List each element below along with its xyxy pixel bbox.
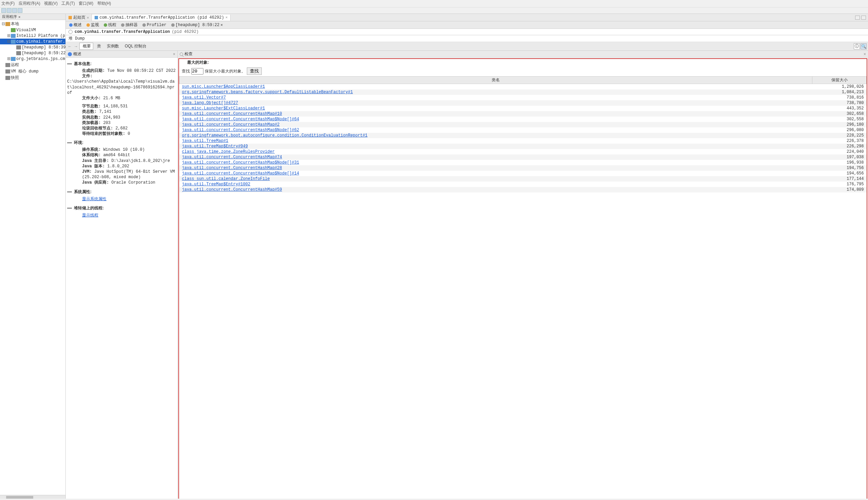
class-link[interactable]: java.util.TreeMap$Entry#1002 xyxy=(182,182,251,187)
toolbar-btn-1[interactable] xyxy=(1,8,6,13)
class-link[interactable]: sun.misc.Launcher$ExtClassLoader#1 xyxy=(182,106,265,111)
subtab[interactable]: Profiler xyxy=(141,22,168,28)
expand-icon[interactable]: ⊟ xyxy=(1,21,5,26)
toolbar-btn-4[interactable] xyxy=(18,8,22,13)
subtab[interactable]: 抽样器 xyxy=(119,22,140,28)
toolbar-btn-2[interactable] xyxy=(7,8,12,13)
refresh-icon[interactable] xyxy=(68,30,73,34)
sidebar-tab[interactable]: 应用程序 × xyxy=(0,14,65,20)
table-row[interactable]: class sun.util.calendar.ZoneInfoFile177,… xyxy=(179,176,867,182)
class-link[interactable]: java.util.concurrent.ConcurrentHashMap#7… xyxy=(182,155,282,160)
expand-icon[interactable]: ⊞ xyxy=(7,56,11,61)
subtab[interactable]: 概述 xyxy=(67,22,84,28)
col-classname[interactable]: 类名 xyxy=(179,77,812,84)
heap-btn-classes[interactable]: 类 xyxy=(94,43,103,49)
table-row[interactable]: java.util.concurrent.ConcurrentHashMap$N… xyxy=(179,160,867,165)
table-row[interactable]: java.util.concurrent.ConcurrentHashMap$N… xyxy=(179,171,867,176)
class-link[interactable]: class java.time.zone.ZoneRulesProvider xyxy=(182,149,275,154)
subtabs: 概述监视线程抽样器Profiler[heapdump] 8:59:22 × xyxy=(66,21,868,29)
table-row[interactable]: org.springframework.boot.autoconfigure.c… xyxy=(179,133,867,138)
table-row[interactable]: java.util.concurrent.ConcurrentHashMap#5… xyxy=(179,187,867,192)
tab-minimize-icon[interactable] xyxy=(855,15,860,20)
tree-node[interactable]: ⊞IntelliJ Platform (pid 734 xyxy=(0,33,65,38)
table-row[interactable]: java.util.TreeMap$Entry#1002176,795 xyxy=(179,182,867,187)
table-row[interactable]: java.lang.Object[]#4727738,780 xyxy=(179,100,867,106)
menu-file[interactable]: 文件(F) xyxy=(1,1,14,6)
table-row[interactable]: java.util.concurrent.ConcurrentHashMap$N… xyxy=(179,116,867,122)
heap-btn-instances[interactable]: 实例数 xyxy=(104,43,121,49)
heap-btn-summary[interactable]: 概要 xyxy=(79,43,93,50)
sidebar-tab-close-icon[interactable]: × xyxy=(18,15,20,19)
subtab-label: 监视 xyxy=(91,22,99,28)
menu-help[interactable]: 帮助(H) xyxy=(97,1,111,6)
menubar: 文件(F) 应用程序(A) 视图(V) 工具(T) 窗口(W) 帮助(H) xyxy=(0,0,868,8)
menu-app[interactable]: 应用程序(A) xyxy=(19,1,40,6)
show-sysprops-link[interactable]: 显示系统属性 xyxy=(67,196,107,202)
toolbar-btn-3[interactable] xyxy=(12,8,17,13)
main-tab[interactable]: com.yinhai.transfer.TransferApplication … xyxy=(92,14,231,21)
expand-icon[interactable]: ⊞ xyxy=(7,33,11,38)
class-link[interactable]: sun.misc.Launcher$AppClassLoader#1 xyxy=(182,84,265,89)
class-link[interactable]: class sun.util.calendar.ZoneInfoFile xyxy=(182,177,270,181)
tree-node[interactable]: 快照 xyxy=(0,75,65,81)
find-button[interactable]: 查找 xyxy=(247,67,262,75)
class-link[interactable]: java.util.concurrent.ConcurrentHashMap#2… xyxy=(182,166,282,170)
menu-view[interactable]: 视图(V) xyxy=(44,1,58,6)
tree-node[interactable]: ⊟本地 xyxy=(0,21,65,27)
table-row[interactable]: java.util.concurrent.ConcurrentHashMap#7… xyxy=(179,155,867,160)
tree-node[interactable]: 远程 xyxy=(0,62,65,68)
class-link[interactable]: java.util.TreeMap$Entry#949 xyxy=(182,144,248,149)
class-link[interactable]: java.util.concurrent.ConcurrentHashMap$N… xyxy=(182,171,299,176)
heap-btn-oql[interactable]: OQL 控制台 xyxy=(122,43,148,49)
tab-close-icon[interactable]: × xyxy=(225,15,228,20)
class-link[interactable]: java.util.concurrent.ConcurrentHashMap$N… xyxy=(182,117,299,122)
class-link[interactable]: java.util.concurrent.ConcurrentHashMap#5… xyxy=(182,188,282,192)
menu-tools[interactable]: 工具(T) xyxy=(62,1,75,6)
subtab[interactable]: [heapdump] 8:59:22 × xyxy=(169,22,225,28)
tree-node[interactable]: VisualVM xyxy=(0,27,65,33)
tree-node[interactable]: [heapdump] 8:59:22 xyxy=(0,50,65,56)
inspect-button[interactable]: 🔍 xyxy=(860,43,867,49)
table-row[interactable]: java.util.concurrent.ConcurrentHashMap#1… xyxy=(179,111,867,116)
table-row[interactable]: sun.misc.Launcher$AppClassLoader#11,298,… xyxy=(179,84,867,90)
main-tab[interactable]: 起始页× xyxy=(66,14,92,21)
table-row[interactable]: java.util.concurrent.ConcurrentHashMap$N… xyxy=(179,127,867,133)
table-row[interactable]: java.util.TreeMap#1226,378 xyxy=(179,138,867,144)
nav-forward-icon[interactable]: → xyxy=(73,44,79,49)
subtab-close-icon[interactable]: × xyxy=(220,23,223,27)
nav-back-icon[interactable]: ← xyxy=(67,44,73,49)
class-link[interactable]: java.util.TreeMap#1 xyxy=(182,138,229,143)
find-count-input[interactable] xyxy=(191,68,203,75)
class-link[interactable]: java.util.concurrent.ConcurrentHashMap$N… xyxy=(182,128,299,133)
class-link[interactable]: org.springframework.boot.autoconfigure.c… xyxy=(182,133,368,138)
class-link[interactable]: java.util.Vector#7 xyxy=(182,95,226,100)
overview-close-icon[interactable]: × xyxy=(173,52,175,57)
expand-icon[interactable]: ⊟ xyxy=(7,39,11,44)
inspect-close-icon[interactable]: × xyxy=(864,52,866,57)
subtab[interactable]: 监视 xyxy=(85,22,101,28)
col-retained-size[interactable]: 保留大小 xyxy=(812,77,867,84)
tree-node[interactable]: VM 核心 dump xyxy=(0,68,65,75)
table-row[interactable]: sun.misc.Launcher$ExtClassLoader#1443,35… xyxy=(179,106,867,111)
show-threads-link[interactable]: 显示线程 xyxy=(67,213,98,218)
menu-window[interactable]: 窗口(W) xyxy=(79,1,93,6)
tree-node[interactable]: [heapdump] 8:58:39 xyxy=(0,44,65,50)
table-row[interactable]: java.util.Vector#7738,816 xyxy=(179,95,867,100)
class-link[interactable]: java.util.concurrent.ConcurrentHashMap#1… xyxy=(182,112,282,116)
class-link[interactable]: org.springframework.beans.factory.suppor… xyxy=(182,90,353,94)
subtab[interactable]: 线程 xyxy=(102,22,118,28)
tab-close-icon[interactable]: × xyxy=(87,15,89,20)
tab-maximize-icon[interactable] xyxy=(861,15,866,20)
tree-node[interactable]: ⊟com.yinhai.transfer.Trans xyxy=(0,38,65,44)
class-link[interactable]: java.lang.Object[]#4727 xyxy=(182,101,238,105)
class-link[interactable]: java.util.concurrent.ConcurrentHashMap$N… xyxy=(182,160,299,165)
table-row[interactable]: java.util.TreeMap$Entry#949226,298 xyxy=(179,144,867,149)
table-row[interactable]: class java.time.zone.ZoneRulesProvider22… xyxy=(179,149,867,155)
info-button[interactable]: ⓘ xyxy=(854,43,860,49)
table-row[interactable]: java.util.concurrent.ConcurrentHashMap#2… xyxy=(179,165,867,171)
table-row[interactable]: org.springframework.beans.factory.suppor… xyxy=(179,89,867,95)
retained-size: 296,180 xyxy=(812,122,867,127)
tree-node[interactable]: ⊞org.jetbrains.jps.cmdline xyxy=(0,56,65,62)
class-link[interactable]: java.util.concurrent.ConcurrentHashMap#2 xyxy=(182,122,280,127)
table-row[interactable]: java.util.concurrent.ConcurrentHashMap#2… xyxy=(179,122,867,127)
